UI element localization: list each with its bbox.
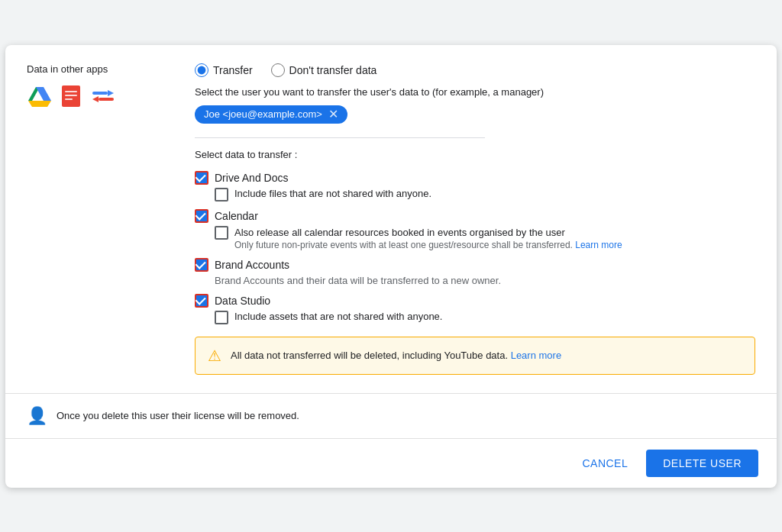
calendar-sub-note: Only future non-private events with at l… [234,240,622,250]
no-transfer-radio[interactable] [271,63,285,77]
calendar-section: Calendar Also release all calendar resou… [195,209,755,250]
data-studio-sub-label: Include assets that are not shared with … [234,311,442,322]
user-chip[interactable]: Joe <joeu@example.com> ✕ [195,105,347,124]
google-drive-icon [27,84,51,108]
right-panel: Transfer Don't transfer data Select the … [195,63,755,375]
brand-accounts-section: Brand Accounts Brand Accounts and their … [195,258,755,286]
drive-docs-section: Drive And Docs Include files that are no… [195,171,755,202]
license-bar: 👤 Once you delete this user their licens… [5,394,777,439]
brand-accounts-checkbox[interactable] [195,258,208,272]
radio-group: Transfer Don't transfer data [195,63,755,77]
brand-accounts-desc: Brand Accounts and their data will be tr… [215,275,755,286]
calendar-sub-main-label: Also release all calendar resources book… [234,227,565,238]
app-icons [27,84,164,108]
calendar-label: Calendar [215,210,258,222]
warning-icon: ⚠ [208,347,221,365]
warning-text: All data not transferred will be deleted… [231,350,561,361]
drive-docs-checkbox[interactable] [195,171,208,185]
svg-rect-9 [99,98,114,101]
select-data-label: Select data to transfer : [195,149,755,160]
calendar-row: Calendar [195,209,755,223]
chip-close-button[interactable]: ✕ [328,108,338,121]
svg-marker-8 [108,90,114,96]
transfer-underline [195,137,485,138]
calendar-learn-more-link[interactable]: Learn more [575,240,622,250]
calendar-sub-checkbox[interactable] [215,226,228,240]
transfer-radio-label: Transfer [213,64,253,76]
warning-box: ⚠ All data not transferred will be delet… [195,337,755,375]
calendar-sub-row: Also release all calendar resources book… [215,226,755,250]
drive-docs-row: Drive And Docs [195,171,755,185]
drive-docs-sub-label: Include files that are not shared with a… [234,188,431,199]
google-docs-icon [59,84,83,108]
data-studio-section: Data Studio Include assets that are not … [195,294,755,324]
transfer-description: Select the user you want to transfer the… [195,86,755,98]
data-studio-sub-row: Include assets that are not shared with … [215,311,755,324]
calendar-checkbox[interactable] [195,209,208,223]
user-chip-label: Joe <joeu@example.com> [204,108,322,120]
svg-rect-6 [65,98,73,100]
left-panel-title: Data in other apps [27,63,164,75]
no-transfer-radio-label: Don't transfer data [289,64,377,76]
svg-marker-1 [36,87,51,101]
svg-marker-10 [92,96,99,102]
data-studio-row: Data Studio [195,294,755,308]
data-studio-checkbox[interactable] [195,294,208,308]
svg-rect-5 [65,95,77,96]
brand-accounts-row: Brand Accounts [195,258,755,272]
dialog-footer: CANCEL DELETE USER [5,439,777,488]
transfer-icon [91,84,115,108]
transfer-radio[interactable] [195,63,208,77]
dialog-body: Data in other apps [5,45,777,394]
data-studio-label: Data Studio [215,295,270,307]
section-top: Data in other apps [27,63,755,375]
delete-user-button[interactable]: DELETE USER [646,450,758,477]
data-studio-sub-checkbox[interactable] [215,311,228,324]
svg-rect-7 [92,92,108,95]
person-icon: 👤 [27,406,47,426]
no-transfer-radio-option[interactable]: Don't transfer data [271,63,377,77]
left-panel: Data in other apps [27,63,164,108]
svg-rect-4 [65,91,77,92]
calendar-sub-text: Also release all calendar resources book… [234,226,622,250]
license-text: Once you delete this user their license … [57,410,299,421]
drive-docs-label: Drive And Docs [215,172,288,184]
svg-marker-2 [28,101,51,107]
transfer-radio-option[interactable]: Transfer [195,63,253,77]
warning-learn-more-link[interactable]: Learn more [511,350,561,361]
brand-accounts-label: Brand Accounts [215,259,289,271]
main-dialog: Data in other apps [5,45,777,488]
drive-docs-sub-row: Include files that are not shared with a… [215,188,755,202]
cancel-button[interactable]: CANCEL [570,451,640,476]
drive-docs-sub-checkbox[interactable] [215,188,228,202]
